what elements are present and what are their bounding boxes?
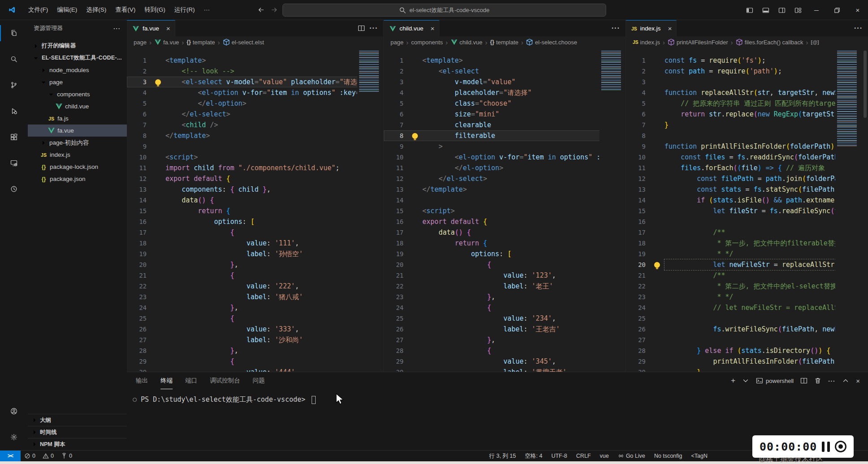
breadcrumb-item[interactable]: files.forEach() callback: [736, 39, 803, 46]
code-area[interactable]: 1<template>2 <el-select3 v-model="value"…: [384, 48, 625, 372]
nav-forward-icon[interactable]: [271, 6, 278, 13]
status-item[interactable]: vue: [596, 451, 612, 462]
status-warn[interactable]: 0: [39, 451, 57, 462]
code-line[interactable]: 1<template>: [384, 55, 625, 66]
nav-back-icon[interactable]: [257, 6, 265, 13]
breadcrumb-item[interactable]: fa.vue: [154, 39, 179, 46]
code-line[interactable]: 25: [626, 313, 868, 324]
activitybar-debug[interactable]: [0, 98, 28, 124]
code-line[interactable]: 10 <el-option v-for="item in options" :k…: [384, 152, 625, 163]
code-line[interactable]: 30 label: '黄榴天老': [384, 367, 625, 372]
code-line[interactable]: 6 </el-select>: [127, 109, 383, 120]
code-line[interactable]: 22 * 第二步, 把文件中的el-select替换: [626, 281, 868, 292]
tree-item-components[interactable]: components: [28, 88, 127, 100]
code-line[interactable]: 26 fs.writeFileSync(filePath, newFileStr…: [626, 324, 868, 335]
minimap[interactable]: [357, 48, 383, 372]
breadcrumb-item[interactable]: page: [391, 39, 404, 46]
ellipsis-icon[interactable]: ···: [369, 24, 378, 32]
code-line[interactable]: 2const path = require('path');: [626, 66, 868, 77]
tree-item-fa.js[interactable]: JSfa.js: [28, 112, 127, 125]
panel-action-ellipsis[interactable]: ···: [828, 378, 835, 384]
tree-item-package.json[interactable]: {}package.json: [28, 173, 127, 185]
code-line[interactable]: 26 label: '王老吉': [384, 324, 625, 335]
minimap[interactable]: [835, 48, 868, 372]
close-button[interactable]: ×: [847, 0, 868, 20]
code-line[interactable]: 3: [626, 77, 868, 87]
tree-item-page-[interactable]: page-初始内容: [28, 137, 127, 149]
menu-item[interactable]: ···: [200, 4, 215, 16]
close-tab-icon[interactable]: ×: [668, 25, 672, 32]
breadcrumb-item[interactable]: el-select.elst: [223, 39, 264, 46]
code-line[interactable]: 2 <!-- look -->: [127, 66, 383, 77]
code-line[interactable]: 28 },: [127, 345, 383, 356]
activitybar-search[interactable]: [0, 46, 28, 72]
code-line[interactable]: 19 label: '孙悟空': [127, 249, 383, 259]
command-center-search[interactable]: el-select效能工具-code-vscode: [282, 4, 606, 17]
code-line[interactable]: 20 {: [384, 259, 625, 270]
code-line[interactable]: 10<script>: [127, 152, 383, 163]
breadcrumb[interactable]: page›components›child.vue›{}template›el-…: [384, 36, 625, 48]
code-line[interactable]: 24 {: [384, 302, 625, 313]
code-line[interactable]: 15<script>: [384, 206, 625, 216]
close-tab-icon[interactable]: ×: [166, 25, 170, 32]
code-line[interactable]: 15 return {: [127, 206, 383, 216]
code-line[interactable]: 30 }: [626, 367, 868, 372]
menu-item[interactable]: 文件(F): [24, 4, 52, 16]
code-line[interactable]: 27 },: [384, 335, 625, 345]
menu-item[interactable]: 编辑(E): [52, 4, 82, 16]
panel-action-terminal[interactable]: powershell: [756, 377, 794, 384]
stop-record-button[interactable]: [835, 441, 846, 452]
code-line[interactable]: 2 <el-select: [384, 66, 625, 77]
code-line[interactable]: 24 },: [127, 302, 383, 313]
breadcrumb[interactable]: page›fa.vue›{}template›el-select.elst: [127, 36, 383, 48]
code-line[interactable]: 29 printAllFilesInFolder(filePath): [626, 356, 868, 367]
code-line[interactable]: 17 {: [127, 227, 383, 238]
code-line[interactable]: 23 },: [384, 292, 625, 302]
code-line[interactable]: 6 size="mini": [384, 109, 625, 120]
status-item[interactable]: 行 3, 列 15: [486, 451, 520, 462]
code-line[interactable]: 19 options: [: [384, 249, 625, 259]
tab-index.js[interactable]: JSindex.js×: [626, 20, 677, 36]
code-line[interactable]: 10 const files = fs.readdirSync(folderPa…: [626, 152, 868, 163]
code-line[interactable]: 16export default {: [384, 216, 625, 227]
code-line[interactable]: 30 value: '444',: [127, 367, 383, 372]
code-line[interactable]: 11 files.forEach((file) => { // 遍历对象: [626, 163, 868, 173]
code-line[interactable]: 1<template>: [127, 55, 383, 66]
tree-item-child.vue[interactable]: child.vue: [28, 100, 127, 112]
code-line[interactable]: 14: [384, 195, 625, 206]
layout-panel-toggle[interactable]: [758, 0, 774, 20]
status-broadcast[interactable]: 0: [57, 451, 76, 462]
breadcrumb-item[interactable]: el-select.choose: [526, 39, 577, 46]
status-item[interactable]: UTF-8: [548, 451, 571, 462]
code-line[interactable]: 18 value: '111',: [127, 238, 383, 249]
sidebar-section-NPM 脚本[interactable]: NPM 脚本: [28, 438, 127, 450]
code-line[interactable]: 25 value: '234',: [384, 313, 625, 324]
tree-item-EL-SELECT-CODE-...[interactable]: EL-SELECT效能工具-CODE-...: [28, 52, 127, 64]
code-line[interactable]: 9function printAllFilesInFolder(folderPa…: [626, 141, 868, 152]
code-line[interactable]: 19 * */: [626, 249, 868, 259]
menu-item[interactable]: 转到(G): [140, 4, 170, 16]
activitybar-extensions[interactable]: [0, 124, 28, 150]
activitybar-gear[interactable]: [0, 424, 28, 450]
breadcrumb-item[interactable]: [@]: [811, 39, 819, 45]
lightbulb-icon[interactable]: [412, 133, 418, 139]
code-line[interactable]: 12 </el-select>: [384, 173, 625, 184]
code-line[interactable]: 9 >: [384, 141, 625, 152]
code-line[interactable]: 14 if (stats.isFile() && path.extname(fi…: [626, 195, 868, 206]
code-line[interactable]: 27: [626, 335, 868, 345]
code-line[interactable]: 8 filterable: [384, 130, 625, 141]
status-item[interactable]: <TagN: [688, 451, 711, 462]
layout-sidebar-right-toggle[interactable]: [774, 0, 790, 20]
code-line[interactable]: 7 <child />: [127, 120, 383, 130]
code-line[interactable]: 5 class="choose": [384, 98, 625, 109]
tree-item-fa.vue[interactable]: fa.vue: [28, 125, 127, 137]
code-line[interactable]: 16 options: [: [127, 216, 383, 227]
activitybar-files[interactable]: [0, 20, 28, 46]
tree-item-node_modules[interactable]: node_modules: [28, 64, 127, 76]
panel-tab-输出[interactable]: 输出: [136, 372, 148, 389]
layout-custom-toggle[interactable]: [790, 0, 806, 20]
breadcrumb-item[interactable]: {}template: [490, 39, 518, 46]
ellipsis-icon[interactable]: ···: [854, 24, 863, 32]
activitybar-clock[interactable]: [0, 176, 28, 202]
tree-item-[interactable]: 打开的编辑器: [28, 40, 127, 52]
